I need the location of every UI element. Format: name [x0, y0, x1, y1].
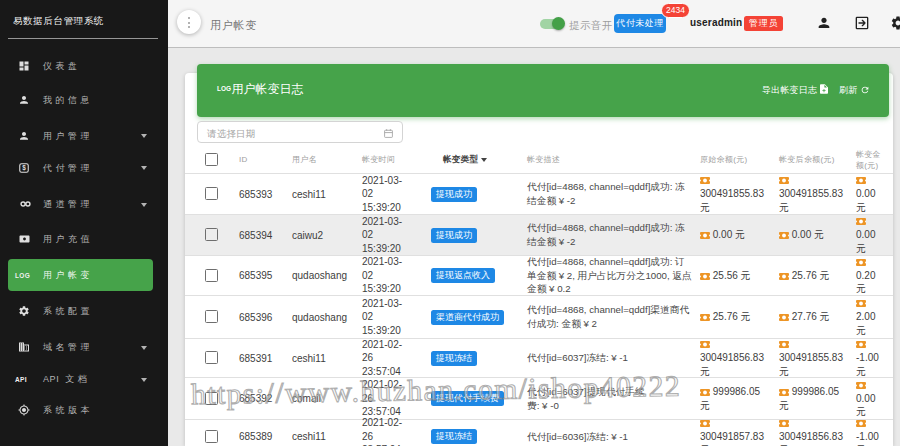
svg-text:$: $	[22, 164, 26, 172]
